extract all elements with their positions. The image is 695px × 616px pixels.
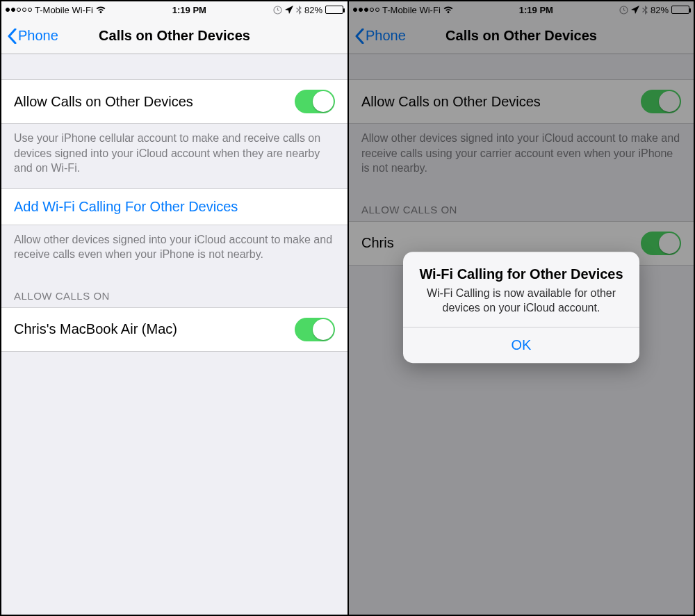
screenshot-right: T-Mobile Wi-Fi 1:19 PM 82% Phone Calls o… — [348, 1, 694, 615]
allow-calls-cell[interactable]: Allow Calls on Other Devices — [1, 79, 348, 124]
device-toggle[interactable] — [295, 318, 335, 341]
signal-dots — [6, 8, 32, 12]
wifi-icon — [96, 6, 106, 14]
device-cell[interactable]: Chris's MacBook Air (Mac) — [1, 307, 348, 352]
status-time: 1:19 PM — [172, 5, 206, 15]
screenshot-left: T-Mobile Wi-Fi 1:19 PM 82% Phone Calls o… — [1, 1, 348, 615]
allow-calls-label: Allow Calls on Other Devices — [14, 94, 193, 110]
add-wifi-calling-label: Add Wi-Fi Calling For Other Devices — [14, 199, 238, 215]
wifi-calling-alert: Wi-Fi Calling for Other Devices Wi-Fi Ca… — [403, 252, 639, 363]
chevron-left-icon — [7, 29, 17, 44]
alert-ok-button[interactable]: OK — [403, 327, 639, 363]
add-wifi-calling-footer: Allow other devices signed into your iCl… — [1, 225, 348, 275]
device-name: Chris's MacBook Air (Mac) — [14, 321, 177, 337]
allow-calls-footer: Use your iPhone cellular account to make… — [1, 124, 348, 188]
allow-calls-on-header: ALLOW CALLS ON — [1, 275, 348, 307]
status-bar: T-Mobile Wi-Fi 1:19 PM 82% — [1, 1, 348, 18]
settings-content: Allow Calls on Other Devices Use your iP… — [1, 54, 348, 615]
carrier-label: T-Mobile Wi-Fi — [35, 5, 93, 15]
location-icon — [285, 6, 293, 14]
battery-percent: 82% — [304, 5, 322, 15]
alert-title: Wi-Fi Calling for Other Devices — [416, 266, 627, 282]
battery-icon — [325, 6, 343, 14]
nav-bar: Phone Calls on Other Devices — [1, 18, 348, 54]
add-wifi-calling-cell[interactable]: Add Wi-Fi Calling For Other Devices — [1, 188, 348, 225]
bluetooth-icon — [296, 6, 302, 15]
rotation-lock-icon — [273, 6, 282, 15]
back-label: Phone — [18, 28, 58, 44]
alert-message: Wi-Fi Calling is now available for other… — [416, 286, 627, 316]
allow-calls-toggle[interactable] — [295, 90, 335, 113]
back-button[interactable]: Phone — [7, 28, 58, 44]
